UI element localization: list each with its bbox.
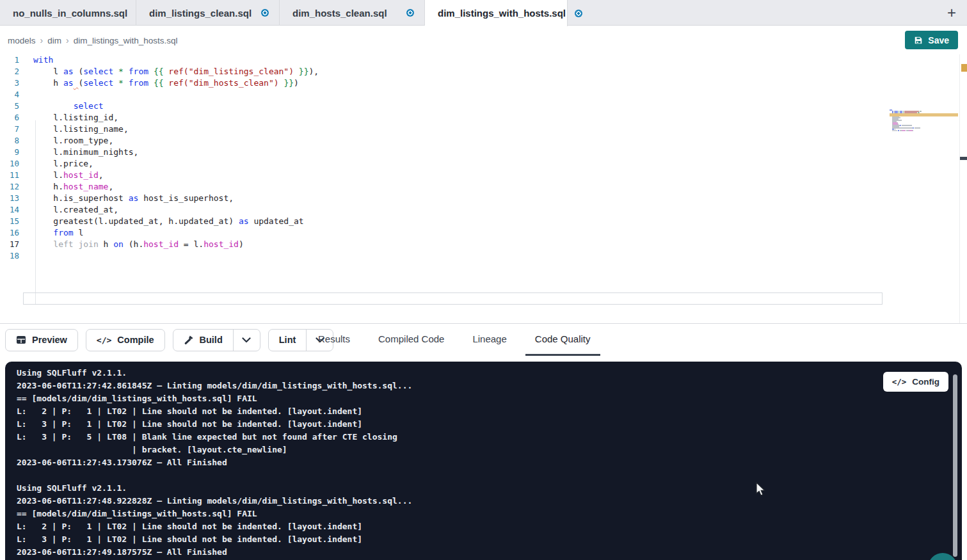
lint-output-terminal[interactable]: Using SQLFluff v2.1.1.2023-06-06T11:27:4… — [5, 362, 962, 560]
code-token: ( — [74, 67, 84, 76]
breadcrumb-item[interactable]: dim — [47, 36, 61, 45]
compile-label: Compile — [117, 335, 154, 345]
panel-tab-code-quality[interactable]: Code Quality — [525, 324, 600, 356]
line-number: 4 — [0, 89, 23, 100]
terminal-scrollbar[interactable] — [953, 374, 957, 557]
minimap-segment — [915, 127, 920, 129]
breadcrumb-item[interactable]: models — [8, 36, 36, 45]
minimap-lint-highlight — [890, 113, 958, 116]
tab-dim_listings_with_hosts.sql[interactable]: dim_listings_with_hosts.sql — [425, 0, 568, 26]
tab-dim_listings_clean.sql[interactable]: dim_listings_clean.sql — [136, 0, 280, 26]
lint-button[interactable]: Lint — [269, 330, 307, 351]
compile-button[interactable]: </> Compile — [86, 329, 165, 351]
config-label: Config — [912, 377, 939, 387]
line-number: 8 — [0, 135, 23, 147]
terminal-line: L: 3 | P: 1 | LT02 | Line should not be … — [17, 533, 412, 546]
line-number: 6 — [0, 112, 23, 124]
terminal-line: 2023-06-06T11:27:48.922828Z — Linting mo… — [17, 495, 412, 508]
code-token — [113, 78, 118, 88]
code-token — [113, 67, 118, 76]
code-token: (h. — [124, 239, 143, 249]
line-number: 12 — [0, 181, 23, 193]
code-token — [124, 78, 129, 88]
breadcrumb-separator: › — [40, 35, 44, 45]
breadcrumb-separator: › — [66, 35, 69, 45]
code-token: host_id — [204, 239, 239, 249]
code-token — [148, 67, 154, 76]
minimap-segment — [913, 130, 913, 131]
code-token: * — [118, 78, 124, 88]
build-button[interactable]: Build — [173, 330, 233, 351]
panel-tab-lineage[interactable]: Lineage — [463, 324, 516, 356]
code-token: greatest(l.updated_at, h.updated_at) — [33, 216, 239, 226]
line-number: 14 — [0, 204, 23, 216]
hammer-icon — [184, 335, 194, 345]
code-line: h.is_superhost as host_is_superhost, — [33, 193, 319, 204]
code-token: on — [113, 239, 124, 249]
code-token — [124, 67, 129, 76]
tab-no_nulls_in_columns.sql[interactable]: no_nulls_in_columns.sql — [0, 0, 136, 26]
line-number: 13 — [0, 193, 23, 204]
code-token: ) — [239, 239, 244, 249]
code-token: , — [108, 182, 113, 191]
tab-dim_hosts_clean.sql[interactable]: dim_hosts_clean.sql — [280, 0, 425, 26]
code-token: ref("dim_hosts_clean") — [168, 78, 278, 88]
code-line: l as (select * from {{ ref("dim_listings… — [33, 66, 319, 77]
code-token: ), — [309, 67, 319, 76]
terminal-line: Using SQLFluff v2.1.1. — [17, 367, 412, 380]
code-token: {{ — [154, 78, 164, 88]
chevron-down-icon — [242, 337, 251, 343]
panel-tab-results[interactable]: Results — [308, 324, 360, 356]
terminal-line — [17, 469, 412, 482]
breadcrumb: models›dim›dim_listings_with_hosts.sql — [8, 26, 177, 54]
code-token: host_is_superhost, — [138, 193, 234, 203]
line-number: 15 — [0, 216, 23, 227]
code-line: l.room_type, — [33, 135, 319, 147]
terminal-line: L: 3 | P: 1 | LT02 | Line should not be … — [17, 418, 412, 431]
code-token: host_id — [63, 170, 99, 180]
tab-label: dim_listings_clean.sql — [149, 8, 252, 19]
code-token: h — [33, 78, 63, 88]
code-token — [294, 67, 299, 76]
code-line: h.host_name, — [33, 181, 319, 193]
code-token: as — [63, 78, 74, 88]
current-line-highlight — [23, 292, 883, 305]
build-split-button: Build — [173, 329, 260, 351]
code-token: ) — [294, 78, 299, 88]
code-token: host_id — [143, 239, 179, 249]
breadcrumb-item[interactable]: dim_listings_with_hosts.sql — [74, 36, 178, 45]
code-token: select — [74, 101, 104, 111]
unsaved-dot-icon — [406, 9, 414, 17]
code-token: from — [53, 228, 73, 237]
new-tab-button[interactable]: + — [941, 3, 962, 23]
code-line: l.listing_name, — [33, 124, 319, 135]
save-button[interactable]: Save — [905, 31, 958, 49]
minimap-segment — [898, 130, 899, 131]
code-line: from l — [33, 227, 319, 239]
cursor-position-marker — [960, 157, 967, 160]
code-token: as — [239, 216, 249, 226]
code-token: from — [129, 78, 148, 88]
panel-tab-compiled-code[interactable]: Compiled Code — [369, 324, 454, 356]
build-dropdown-button[interactable] — [233, 330, 260, 351]
line-number: 2 — [0, 66, 23, 77]
code-token: h — [99, 239, 113, 249]
line-number-gutter: 123456789101112131415161718 — [0, 54, 23, 262]
line-number: 11 — [0, 170, 23, 181]
line-number: 9 — [0, 147, 23, 158]
save-icon — [914, 36, 923, 45]
code-token: from — [129, 67, 148, 76]
terminal-line: == [models/dim/dim_listings_with_hosts.s… — [17, 392, 412, 405]
code-content[interactable]: with l as (select * from {{ ref("dim_lis… — [33, 54, 319, 262]
lint-warning-marker — [961, 64, 967, 72]
save-label: Save — [928, 35, 949, 45]
minimap-segment — [902, 125, 912, 126]
minimap-segment — [892, 130, 897, 131]
code-token: l.listing_name, — [33, 124, 129, 134]
tab-label: dim_hosts_clean.sql — [292, 8, 387, 19]
preview-button[interactable]: Preview — [5, 329, 78, 351]
code-editor[interactable]: 123456789101112131415161718 with l as (s… — [0, 54, 967, 323]
code-line: l.minimum_nights, — [33, 147, 319, 158]
config-button[interactable]: </> Config — [883, 372, 948, 392]
code-line: l.created_at, — [33, 204, 319, 216]
